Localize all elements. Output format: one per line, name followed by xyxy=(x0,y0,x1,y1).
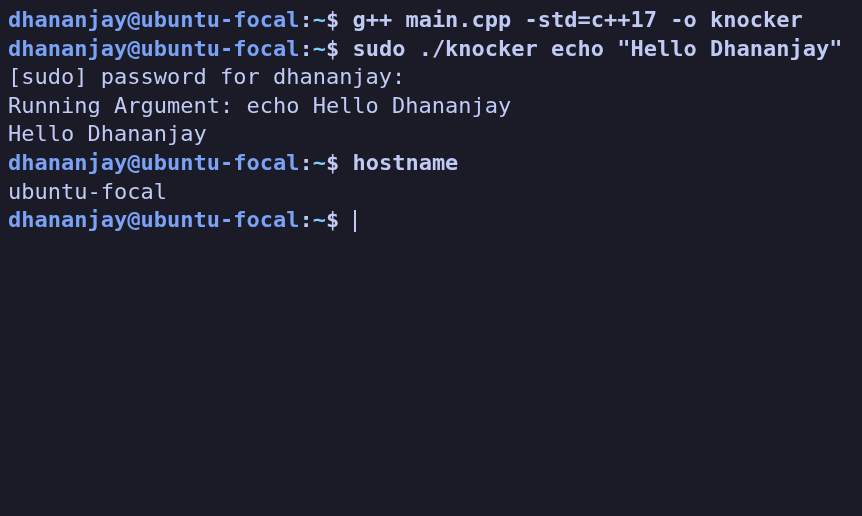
prompt-path: ~ xyxy=(313,7,326,32)
prompt-colon: : xyxy=(299,7,312,32)
terminal-line: [sudo] password for dhananjay: xyxy=(8,63,854,92)
terminal-line: ubuntu-focal xyxy=(8,178,854,207)
command-text: sudo ./knocker echo "Hello Dhananjay" xyxy=(352,36,842,61)
command-text: hostname xyxy=(352,150,458,175)
prompt-user-host: dhananjay@ubuntu-focal xyxy=(8,7,299,32)
prompt-colon: : xyxy=(299,150,312,175)
prompt-symbol: $ xyxy=(326,207,353,232)
prompt-colon: : xyxy=(299,36,312,61)
output-text: [sudo] password for dhananjay: xyxy=(8,64,419,89)
prompt-colon: : xyxy=(299,207,312,232)
prompt-path: ~ xyxy=(313,36,326,61)
prompt-user-host: dhananjay@ubuntu-focal xyxy=(8,207,299,232)
command-text: g++ main.cpp -std=c++17 -o knocker xyxy=(352,7,802,32)
prompt-symbol: $ xyxy=(326,36,353,61)
output-text: Running Argument: echo Hello Dhananjay xyxy=(8,93,511,118)
prompt-path: ~ xyxy=(313,207,326,232)
prompt-user-host: dhananjay@ubuntu-focal xyxy=(8,36,299,61)
terminal-line: dhananjay@ubuntu-focal:~$ xyxy=(8,206,854,235)
prompt-symbol: $ xyxy=(326,7,353,32)
terminal[interactable]: dhananjay@ubuntu-focal:~$ g++ main.cpp -… xyxy=(8,6,854,510)
output-text: ubuntu-focal xyxy=(8,179,167,204)
terminal-line: dhananjay@ubuntu-focal:~$ g++ main.cpp -… xyxy=(8,6,854,35)
terminal-line: Hello Dhananjay xyxy=(8,120,854,149)
output-text: Hello Dhananjay xyxy=(8,121,207,146)
prompt-user-host: dhananjay@ubuntu-focal xyxy=(8,150,299,175)
prompt-symbol: $ xyxy=(326,150,353,175)
prompt-path: ~ xyxy=(313,150,326,175)
cursor xyxy=(354,210,356,232)
terminal-line: dhananjay@ubuntu-focal:~$ hostname xyxy=(8,149,854,178)
terminal-content: dhananjay@ubuntu-focal:~$ g++ main.cpp -… xyxy=(8,6,854,235)
terminal-line: Running Argument: echo Hello Dhananjay xyxy=(8,92,854,121)
terminal-line: dhananjay@ubuntu-focal:~$ sudo ./knocker… xyxy=(8,35,854,64)
